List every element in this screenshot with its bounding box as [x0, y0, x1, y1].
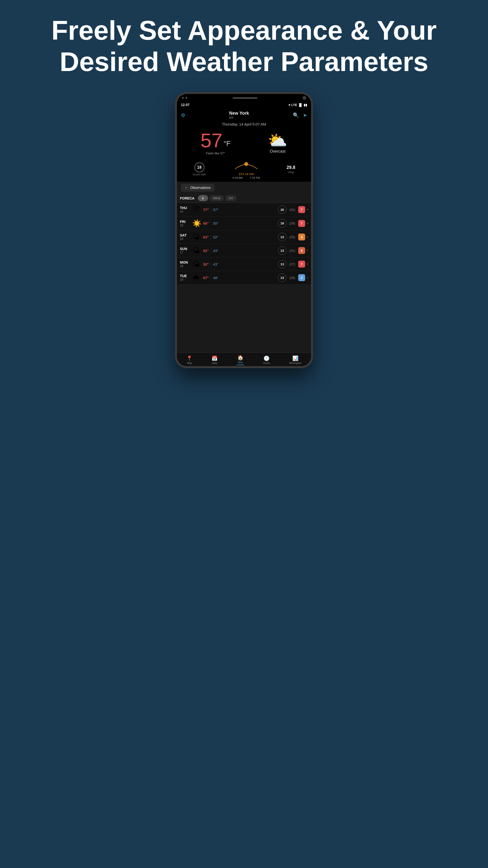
high-temp: 52° [203, 249, 209, 253]
tab-wind[interactable]: Wind [209, 195, 224, 201]
table-row[interactable]: TUE 19 🌧 57° ⁚ 48° 13 (29) 2 ▾ [177, 271, 311, 285]
uv-badge: 6 [298, 247, 305, 254]
temp-unit: °F [224, 140, 230, 147]
day-col: TUE 19 [180, 274, 191, 281]
gust-circle: 18 [194, 162, 204, 173]
nav-item-hourly[interactable]: 🕐 Hourly [263, 355, 270, 365]
day-name: FRI [180, 220, 191, 224]
gusts-detail: 18 Gusts mph [193, 162, 206, 176]
temperature-display: 57 °F [201, 131, 231, 150]
low-temp: 43° [213, 249, 218, 253]
gear-icon[interactable]: ⚙ [181, 112, 185, 118]
page-header: Freely Set Appearance & Your Desired Wea… [0, 0, 488, 87]
day-col: THU 14 [180, 206, 191, 213]
nav-item-meteogram[interactable]: 📊 Meteogram [289, 355, 302, 365]
high-temp: 77° [203, 208, 209, 212]
day-name: SUN [180, 247, 191, 251]
nav-label-hourly: Hourly [263, 362, 270, 365]
weather-details: 18 Gusts mph ☀ 13 h 14 min 6:19 AM 7:34 … [177, 157, 311, 182]
day-num: 19 [180, 278, 191, 281]
table-row[interactable]: MON 18 🌤 52° ⁚ 43° 13 (27) 7 ▾ [177, 257, 311, 271]
nav-active-indicator [237, 365, 244, 365]
phone-speaker [233, 97, 257, 99]
map-icon: 📍 [186, 355, 193, 361]
compass-icon[interactable]: ➤ [303, 112, 307, 118]
day-name: TUE [180, 274, 191, 278]
temps-col: 57° ⁚ 48° [203, 275, 276, 280]
chevron-icon: ▾ [306, 208, 308, 211]
nav-item-map[interactable]: 📍 Map [186, 355, 193, 365]
app-header: ⚙ New York NY 🔍 ➤ [177, 108, 311, 121]
day-num: 15 [180, 224, 191, 227]
day-num: 16 [180, 237, 191, 241]
low-temp: 48° [213, 276, 218, 280]
phone-dots [182, 97, 187, 99]
status-right: ▾ LTE ▐▌ ▮▮ [289, 103, 307, 107]
day-num: 17 [180, 251, 191, 254]
sun-times: 6:19 AM 7:34 PM [232, 176, 260, 179]
foreca-logo: FORECA [180, 196, 194, 200]
phone-wrapper: 12.07 ▾ LTE ▐▌ ▮▮ ⚙ New York NY 🔍 ➤ Thur… [0, 87, 488, 368]
temps-col: 66° ⁚ 50° [203, 221, 276, 226]
nav-item-now[interactable]: 🏠 Now [237, 354, 244, 365]
temperature-section: 57 °F Feels like 57° [201, 131, 231, 155]
header-icons: 🔍 ➤ [293, 112, 307, 118]
wind-mph: (29) [288, 221, 297, 225]
lte-label: LTE [291, 103, 297, 107]
status-bar: 12.07 ▾ LTE ▐▌ ▮▮ [177, 102, 311, 108]
back-arrow: ← [185, 186, 188, 190]
uv-badge: 2 [298, 274, 305, 281]
location-name: New York [229, 111, 249, 116]
tab-thermometer[interactable]: 🌡 [198, 195, 208, 201]
low-temp: 43° [213, 262, 218, 266]
wind-mph: (31) [288, 208, 297, 212]
search-icon[interactable]: 🔍 [293, 112, 299, 118]
date-text: Thursday, 14 April 5:07 AM [222, 122, 266, 126]
high-temp: 63° [203, 235, 209, 239]
observations-bar: ← Observations [177, 182, 311, 193]
table-row[interactable]: SUN 17 🌤 52° ⁚ 43° 13 (31) 6 ▾ [177, 244, 311, 257]
day-num: 18 [180, 265, 191, 268]
wind-mph: (31) [288, 249, 297, 252]
weather-icon: 🌤 [192, 246, 202, 255]
weather-icon: ⛈ [192, 206, 202, 214]
weather-icon: ☀️ [192, 219, 202, 227]
chevron-icon: ▾ [306, 235, 308, 239]
battery-icon: ▮▮ [304, 103, 307, 107]
pressure-detail: 29.8 inHg [287, 165, 295, 174]
day-num: 14 [180, 210, 191, 213]
sunset-time: 7:34 PM [250, 176, 260, 179]
nav-label-meteogram: Meteogram [289, 362, 302, 365]
table-row[interactable]: SAT 16 🌤 63° ⁚ 52° 13 (25) 4 ▾ [177, 230, 311, 244]
observations-button[interactable]: ← Observations [181, 184, 215, 192]
day-col: MON 18 [180, 260, 191, 268]
uv-badge: 4 [298, 234, 305, 241]
low-temp: 50° [213, 221, 218, 225]
phone-notch-bar [177, 94, 311, 102]
wind-circle: 13 [278, 274, 286, 282]
weather-main: 57 °F Feels like 57° ⛅ Overcast [177, 128, 311, 157]
chevron-icon: ▾ [306, 262, 308, 266]
temps-col: 63° ⁚ 52° [203, 235, 276, 240]
low-temp: 57° [213, 208, 218, 212]
phone-dot-1 [182, 97, 184, 99]
pressure-unit: inHg [287, 170, 295, 174]
uv-badge: 7 [298, 261, 305, 268]
day-name: SAT [180, 233, 191, 237]
weather-icon: 🌤 [192, 233, 202, 241]
nav-item-daily[interactable]: 📅 Daily [212, 355, 218, 365]
table-row[interactable]: FRI 15 ☀️ 66° ⁚ 50° 16 (29) 7 ▾ [177, 217, 311, 230]
high-temp: 57° [203, 276, 209, 280]
date-bar: Thursday, 14 April 5:07 AM [177, 121, 311, 128]
wind-mph: (29) [288, 276, 297, 280]
day-col: SUN 17 [180, 247, 191, 254]
tab-uv[interactable]: UV [225, 195, 237, 201]
cloud-icon: ⛅ [268, 132, 287, 148]
condition-text: Overcast [268, 149, 287, 154]
temp-value: 57 [201, 129, 223, 151]
chevron-icon: ▾ [306, 276, 308, 279]
sun-arc: ☀ 13 h 14 min 6:19 AM 7:34 PM [232, 159, 260, 179]
table-row[interactable]: THU 14 ⛈ 77° ⁚ 57° 16 (31) 7 ▾ [177, 203, 311, 217]
phone-camera [303, 96, 306, 100]
gust-label: Gusts mph [193, 173, 206, 176]
